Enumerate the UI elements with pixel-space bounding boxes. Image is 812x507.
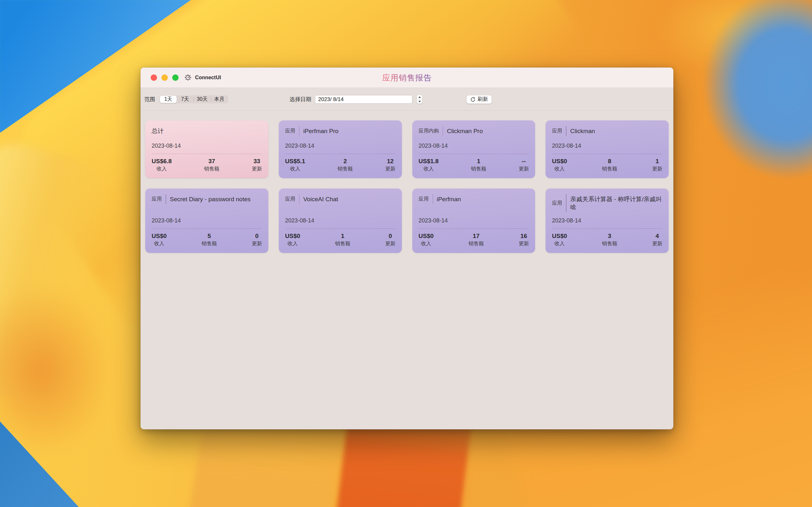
stat-sales-value: 3	[602, 233, 617, 239]
sales-card: 应用 Clickman 2023-08-14 US$0 收入 8 销售额 1 更…	[546, 120, 669, 178]
stat-sales: 3 销售额	[602, 233, 617, 247]
stat-sales-value: 5	[202, 233, 217, 239]
stat-sales: 1 销售额	[335, 233, 350, 247]
wallpaper-shape	[0, 285, 111, 456]
stat-updates-value: --	[519, 158, 529, 165]
card-stats: US$0 收入 17 销售额 16 更新	[419, 233, 529, 247]
card-divider	[552, 154, 662, 154]
zoom-button[interactable]	[172, 74, 179, 81]
sales-card: 应用 VoiceAI Chat 2023-08-14 US$0 收入 1 销售额…	[279, 188, 402, 253]
card-date: 2023-08-14	[285, 211, 396, 224]
stepper-down-button[interactable]	[417, 100, 422, 104]
stat-sales-value: 1	[471, 158, 486, 165]
card-stats: US$5.1 收入 2 销售额 12 更新	[285, 158, 396, 172]
stat-updates-value: 1	[652, 158, 662, 165]
wallpaper-shape	[660, 0, 812, 76]
stat-revenue: US$1.8 收入	[419, 158, 439, 172]
stat-updates-label: 更新	[252, 240, 262, 247]
stat-revenue-value: US$0	[419, 233, 434, 239]
card-header: 应用 Clickman	[552, 127, 662, 135]
stat-revenue-value: US$1.8	[419, 158, 439, 165]
stat-revenue-value: US$6.8	[152, 158, 171, 165]
tag-divider	[566, 194, 566, 212]
stat-revenue-label: 收入	[152, 166, 171, 172]
stat-revenue-label: 收入	[419, 166, 439, 172]
stat-sales-value: 37	[204, 158, 219, 165]
card-header: 应用 iPerfman Pro	[285, 127, 396, 135]
card-date: 2023-08-14	[419, 211, 529, 224]
stat-revenue-label: 收入	[552, 240, 567, 247]
tag-divider	[299, 126, 300, 136]
refresh-button[interactable]: 刷新	[467, 95, 492, 104]
sales-card: 应用 iPerfman Pro 2023-08-14 US$5.1 收入 2 销…	[279, 120, 402, 178]
stat-updates: 0 更新	[252, 233, 262, 247]
stat-updates-label: 更新	[652, 166, 662, 172]
card-divider	[285, 154, 396, 154]
traffic-lights	[151, 74, 179, 81]
stat-revenue-label: 收入	[552, 166, 567, 172]
stat-updates-value: 33	[252, 158, 262, 165]
range-segmented-control: 1天7天30天本月	[159, 95, 228, 103]
card-stats: US$1.8 收入 1 销售额 -- 更新	[419, 158, 529, 172]
sales-card: 应用内购 Clickman Pro 2023-08-14 US$1.8 收入 1…	[412, 120, 536, 178]
card-stats: US$0 收入 1 销售额 0 更新	[285, 233, 396, 247]
stat-sales: 17 销售额	[468, 233, 484, 247]
wallpaper-shape	[0, 135, 120, 410]
stat-updates-value: 0	[386, 233, 396, 239]
toolbar: 范围 1天7天30天本月 选择日期 刷新	[141, 88, 673, 111]
stat-sales: 2 销售额	[338, 158, 353, 172]
card-divider	[552, 228, 662, 229]
range-segment-4[interactable]: 本月	[211, 96, 228, 103]
card-date: 2023-08-14	[152, 211, 262, 224]
range-segment-1[interactable]: 1天	[160, 96, 177, 103]
card-date: 2023-08-14	[152, 136, 262, 149]
card-stats: US$0 收入 8 销售额 1 更新	[552, 158, 662, 172]
card-divider	[419, 228, 529, 229]
stat-revenue: US$0 收入	[552, 233, 567, 247]
card-type-tag: 应用内购	[419, 128, 439, 134]
range-label: 范围	[144, 96, 155, 103]
cards-grid: 总计 2023-08-14 US$6.8 收入 37 销售额 33 更新 应用 …	[141, 120, 673, 253]
date-stepper	[417, 95, 422, 104]
sales-card: 总计 2023-08-14 US$6.8 收入 37 销售额 33 更新	[145, 120, 268, 178]
stat-updates-label: 更新	[386, 240, 396, 247]
range-segment-3[interactable]: 30天	[194, 96, 211, 103]
chevron-up-icon	[418, 96, 421, 98]
stat-revenue-label: 收入	[285, 240, 300, 247]
stat-revenue-label: 收入	[152, 240, 167, 247]
card-header: 应用 亲戚关系计算器 - 称呼计算/亲戚叫啥	[552, 195, 662, 211]
stat-revenue-value: US$5.1	[285, 158, 305, 165]
range-segment-2[interactable]: 7天	[177, 96, 194, 103]
tag-divider	[165, 194, 166, 204]
stat-sales: 37 销售额	[204, 158, 219, 172]
stat-sales-label: 销售额	[204, 166, 219, 172]
card-date: 2023-08-14	[419, 136, 529, 149]
stat-revenue: US$6.8 收入	[152, 158, 171, 172]
stat-revenue-label: 收入	[285, 166, 305, 172]
card-title: 亲戚关系计算器 - 称呼计算/亲戚叫啥	[570, 195, 662, 211]
stat-revenue: US$0 收入	[152, 233, 167, 247]
close-button[interactable]	[151, 74, 157, 81]
stat-updates-value: 0	[252, 233, 262, 239]
stat-sales-value: 8	[602, 158, 617, 165]
tag-divider	[299, 194, 300, 204]
stat-revenue-label: 收入	[419, 240, 434, 247]
stat-sales-label: 销售额	[468, 240, 484, 247]
stat-sales: 1 销售额	[471, 158, 486, 172]
stat-updates-label: 更新	[386, 166, 396, 172]
window-titlebar: ConnectUI 应用销售报告	[141, 67, 673, 88]
stat-updates: 12 更新	[386, 158, 396, 172]
desktop-wallpaper: ConnectUI 应用销售报告 范围 1天7天30天本月 选择日期 刷新	[0, 0, 812, 507]
card-title: Secret Diary - password notes	[170, 195, 262, 203]
date-input[interactable]	[315, 95, 412, 104]
card-stats: US$0 收入 3 销售额 4 更新	[552, 233, 662, 247]
card-divider	[419, 154, 529, 154]
stat-revenue-value: US$0	[152, 233, 167, 239]
tag-divider	[566, 126, 566, 136]
minimize-button[interactable]	[161, 74, 168, 81]
stat-sales-label: 销售额	[471, 166, 486, 172]
stat-sales-value: 2	[338, 158, 353, 165]
stepper-up-button[interactable]	[417, 95, 422, 100]
stat-sales-label: 销售额	[335, 240, 350, 247]
card-header: 应用 Secret Diary - password notes	[152, 195, 262, 203]
